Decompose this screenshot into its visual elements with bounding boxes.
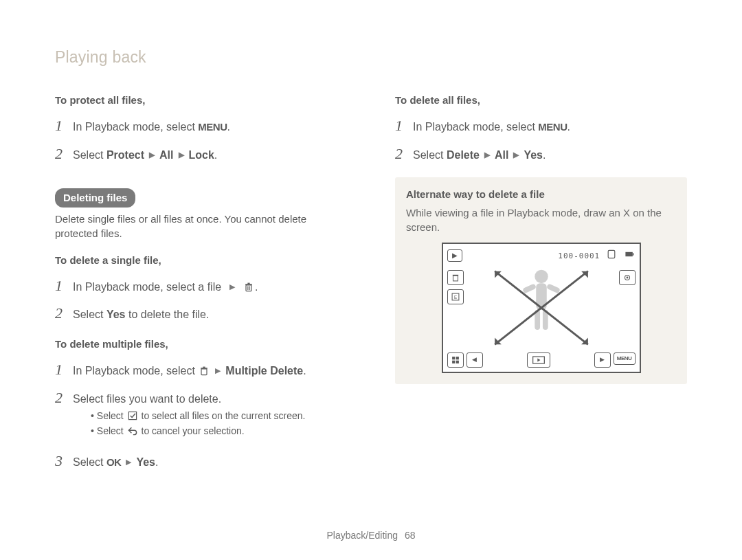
right-side-icons <box>619 270 636 285</box>
trash-icon <box>447 270 464 285</box>
right-column: To delete all files, 1 In Playback mode,… <box>395 86 687 484</box>
step: 1 In Playback mode, select a file ▶ . <box>55 276 347 297</box>
manual-page: Playing back To protect all files, 1 In … <box>0 0 742 560</box>
step: 2 Select Protect▶All▶Lock. <box>55 144 347 165</box>
step: 2 Select Yes to delete the file. <box>55 303 347 324</box>
svg-rect-6 <box>201 369 207 375</box>
menu-path: Delete▶All▶Yes <box>447 149 543 161</box>
bullet: Select to select all files on the curren… <box>91 410 347 423</box>
battery-icon <box>623 249 636 260</box>
svg-rect-14 <box>452 274 458 275</box>
step-number: 3 <box>55 451 73 472</box>
slideshow-icon <box>527 352 550 368</box>
heading-delete-single: To delete a single file, <box>55 253 347 267</box>
prev-icon <box>466 352 483 368</box>
text: Select <box>73 456 106 468</box>
left-column: To protect all files, 1 In Playback mode… <box>55 86 347 484</box>
thumbnail-icon <box>447 352 464 368</box>
step-body: Select Yes to delete the file. <box>73 307 347 322</box>
steps-delete-single: 1 In Playback mode, select a file ▶ . 2 … <box>55 276 347 325</box>
step: 1 In Playback mode, select MENU. <box>55 115 347 137</box>
step-body: In Playback mode, select a file ▶ . <box>73 280 347 295</box>
step-body: In Playback mode, select MENU. <box>73 120 347 135</box>
step-number: 2 <box>55 144 73 165</box>
text: In Playback mode, select <box>73 365 198 377</box>
svg-marker-36 <box>537 358 540 361</box>
trash-icon <box>243 282 255 293</box>
svg-point-19 <box>535 269 548 282</box>
callout-text: While viewing a file in Playback mode, d… <box>406 205 676 234</box>
svg-rect-8 <box>203 367 205 368</box>
file-counter: 100-0001 <box>558 249 635 261</box>
camera-top-bar: ▶ 100-0001 <box>447 248 636 263</box>
step: 2 Select Delete▶All▶Yes. <box>395 144 687 165</box>
text: Select <box>73 149 106 161</box>
menu-icon: MENU <box>198 121 227 133</box>
editor-icon: E <box>447 289 464 304</box>
svg-rect-11 <box>625 252 632 256</box>
svg-point-18 <box>626 276 628 278</box>
svg-rect-7 <box>201 368 208 369</box>
text: Select files you want to delete. <box>73 393 221 405</box>
step-number: 1 <box>395 115 413 137</box>
step-number: 2 <box>55 388 73 409</box>
heading-delete-all: To delete all files, <box>395 93 687 107</box>
back-icon <box>126 425 139 436</box>
text: In Playback mode, select <box>413 121 538 133</box>
step-body: Select Protect▶All▶Lock. <box>73 148 347 163</box>
text: to delete the file. <box>126 309 210 320</box>
bold-text: Multiple Delete <box>225 365 303 377</box>
chapter-label: Playback/Editing <box>327 530 398 541</box>
bold-text: Yes <box>136 456 155 468</box>
svg-rect-22 <box>546 283 561 293</box>
svg-rect-12 <box>632 254 633 256</box>
bottom-left-group <box>447 352 483 368</box>
step-body: Select Delete▶All▶Yes. <box>413 148 687 163</box>
step-number: 2 <box>395 144 413 165</box>
svg-rect-31 <box>452 357 455 359</box>
callout-alternate-delete: Alternate way to delete a file While vie… <box>395 177 687 384</box>
svg-rect-1 <box>245 284 252 285</box>
steps-protect-all: 1 In Playback mode, select MENU. 2 Selec… <box>55 115 347 165</box>
memory-icon <box>605 249 618 260</box>
step: 1 In Playback mode, select MENU. <box>395 115 687 137</box>
gear-icon <box>619 270 636 285</box>
svg-rect-2 <box>247 282 249 284</box>
play-mode-icon: ▶ <box>447 249 462 262</box>
deleting-description: Delete single files or all files at once… <box>55 212 347 240</box>
step-number: 2 <box>55 303 73 324</box>
menu-path: Protect▶All▶Lock <box>106 149 214 161</box>
bullet: Select to cancel your selection. <box>91 425 347 438</box>
step: 1 In Playback mode, select ▶Multiple Del… <box>55 359 347 381</box>
heading-protect-all: To protect all files, <box>55 93 347 107</box>
content-columns: To protect all files, 1 In Playback mode… <box>55 86 687 484</box>
text: In Playback mode, select <box>73 121 198 133</box>
page-footer: Playback/Editing 68 <box>0 530 742 541</box>
svg-text:E: E <box>453 294 456 299</box>
svg-rect-32 <box>456 357 458 359</box>
bold-text: Yes <box>106 309 126 320</box>
step: 3 Select OK▶Yes. <box>55 451 347 472</box>
step-number: 1 <box>55 276 73 297</box>
trash-icon <box>198 366 210 377</box>
step: 2 Select files you want to delete. Selec… <box>55 388 347 444</box>
page-number: 68 <box>405 530 416 541</box>
select-all-icon <box>126 410 139 421</box>
svg-rect-34 <box>456 360 458 363</box>
camera-screen-diagram: ▶ 100-0001 E <box>442 243 641 373</box>
section-title: Playing back <box>55 48 687 67</box>
svg-rect-21 <box>522 283 537 293</box>
bullet-list: Select to select all files on the curren… <box>91 410 347 438</box>
callout-title: Alternate way to delete a file <box>406 187 676 201</box>
text: In Playback mode, select a file <box>73 281 225 293</box>
text: Select <box>73 309 106 320</box>
steps-delete-all: 1 In Playback mode, select MENU. 2 Selec… <box>395 115 687 165</box>
svg-rect-13 <box>453 276 458 281</box>
step-number: 1 <box>55 359 73 381</box>
steps-delete-multiple: 1 In Playback mode, select ▶Multiple Del… <box>55 359 347 471</box>
menu-icon: MENU <box>538 121 567 133</box>
svg-rect-33 <box>452 360 455 363</box>
text: Select <box>413 149 447 161</box>
menu-button-icon: MENU <box>614 352 636 365</box>
bottom-right-group: MENU <box>594 352 636 368</box>
